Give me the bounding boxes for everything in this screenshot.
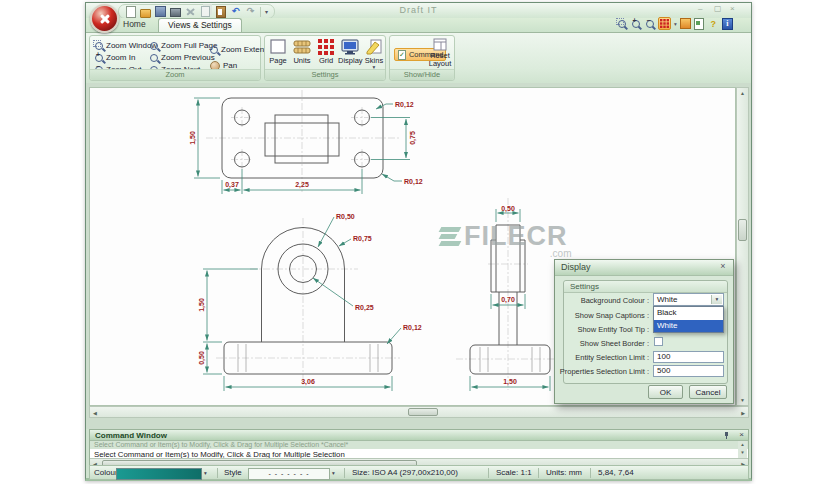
command-history-line: Select Command or Item(s) to Modify, Cli… — [90, 441, 748, 449]
zoom-previous-button[interactable]: Zoom Previous — [150, 52, 215, 63]
svg-text:R0,50: R0,50 — [336, 213, 355, 221]
zoom-in-button[interactable]: Zoom In — [95, 52, 135, 63]
combobox-value: White — [657, 295, 677, 304]
dialog-title-bar[interactable]: Display × — [555, 260, 733, 276]
watermark-logo — [440, 225, 460, 248]
svg-text:0,37: 0,37 — [225, 181, 239, 189]
copy-icon[interactable] — [200, 6, 211, 17]
page-icon — [269, 39, 287, 55]
command-window: Command Window × Select Command or Item(… — [89, 429, 749, 465]
svg-text:R0,12: R0,12 — [403, 324, 422, 332]
scroll-left-icon[interactable]: ◀ — [93, 410, 97, 416]
zoom-previous-icon — [150, 54, 158, 62]
paste-icon[interactable] — [215, 6, 226, 17]
combobox-caret-icon[interactable]: ▾ — [711, 295, 722, 304]
command-window-header[interactable]: Command Window × — [90, 430, 748, 441]
page-button[interactable]: Page — [266, 39, 290, 72]
redo-icon[interactable]: ↷ — [245, 6, 256, 17]
cut-icon[interactable] — [185, 6, 196, 17]
properties-limit-label: Properties Selection Limit : — [560, 367, 649, 376]
display-dialog: Display × Settings Background Colour : S… — [554, 259, 734, 404]
svg-text:1,50: 1,50 — [503, 378, 517, 386]
command-scroll-buttons[interactable]: ▲ ▼ — [738, 441, 747, 458]
entity-limit-input[interactable]: 100 — [653, 351, 724, 363]
sheet-border-label: Show Sheet Border : — [580, 339, 649, 348]
zoom-in-icon[interactable] — [630, 18, 641, 29]
svg-text:1,50: 1,50 — [198, 298, 206, 312]
save-icon[interactable] — [155, 6, 166, 17]
vertical-scroll-thumb[interactable] — [738, 219, 747, 241]
tab-home[interactable]: Home — [114, 18, 155, 31]
print-icon[interactable] — [170, 6, 181, 17]
svg-text:R0,12: R0,12 — [395, 101, 414, 109]
display-icon — [341, 39, 359, 55]
style-pattern-box[interactable]: - - - - - - - — [248, 468, 330, 480]
status-bar: Colour ▾ Style - - - - - - - ▾ Size: ISO… — [89, 465, 749, 480]
quick-access-toolbar: ↶ ↷ ▾ — [118, 4, 275, 19]
ok-button[interactable]: OK — [648, 385, 683, 399]
sheet-size: Size: ISO A4 (297,00x210,00) — [352, 468, 458, 477]
maximize-icon[interactable]: ▢ — [714, 4, 722, 13]
svg-text:0,75: 0,75 — [409, 131, 417, 145]
colour-swatch[interactable] — [116, 468, 202, 480]
command-prompt-line[interactable]: Select Command or Item(s) to Modify, Cli… — [90, 449, 748, 458]
scroll-up-icon[interactable]: ▲ — [740, 90, 745, 96]
grid-button[interactable]: Grid — [314, 39, 338, 72]
tab-views-settings[interactable]: Views & Settings — [158, 18, 242, 32]
svg-text:3,06: 3,06 — [301, 378, 315, 386]
watermark: FILECR .com — [440, 224, 568, 248]
units-button[interactable]: Units — [290, 39, 314, 72]
sheet-border-checkbox[interactable] — [654, 337, 663, 346]
background-colour-combobox[interactable]: White ▾ — [653, 293, 724, 306]
zoom-out-icon[interactable] — [644, 18, 655, 29]
vertical-scrollbar[interactable]: ▲ ▼ — [736, 87, 749, 406]
pin-icon[interactable] — [723, 432, 730, 439]
new-file-icon[interactable] — [125, 6, 136, 17]
display-button[interactable]: Display — [338, 39, 362, 72]
properties-limit-input[interactable]: 500 — [653, 365, 724, 377]
cursor-coordinates: 5,84, 7,64 — [598, 468, 634, 477]
command-close-icon[interactable]: × — [739, 430, 744, 439]
horizontal-scroll-thumb[interactable] — [408, 408, 438, 416]
document-icon[interactable] — [694, 18, 705, 29]
undo-icon[interactable]: ↶ — [230, 6, 241, 17]
zoom-window-icon — [95, 42, 103, 50]
checkbox-checked-icon: ✓ — [398, 50, 406, 60]
minimize-icon[interactable]: – — [698, 4, 702, 13]
zoom-window-icon[interactable] — [616, 18, 627, 29]
picture-icon[interactable] — [680, 18, 691, 29]
zoom-extents-button[interactable]: Zoom Extents — [210, 44, 270, 55]
close-icon[interactable]: × — [730, 4, 735, 13]
scale-indicator: Scale: 1:1 — [496, 468, 532, 477]
zoom-full-page-icon — [150, 42, 158, 50]
zoom-window-button[interactable]: Zoom Window — [95, 40, 157, 51]
dropdown-option-white[interactable]: White — [654, 320, 723, 333]
snap-captions-label: Show Snap Captions : — [575, 311, 649, 320]
command-scroll-up-icon[interactable]: ▲ — [740, 442, 744, 447]
grid-caret-icon[interactable]: ▾ — [674, 21, 677, 27]
application-menu-button[interactable] — [90, 4, 119, 33]
grid-toggle-icon[interactable] — [658, 17, 671, 30]
dropdown-option-black[interactable]: Black — [654, 307, 723, 320]
zoom-group-label: Zoom — [90, 69, 260, 80]
qat-customize-caret-icon[interactable]: ▾ — [265, 8, 268, 15]
units-indicator: Units: mm — [546, 468, 582, 477]
reset-layout-button[interactable]: Reset Layout — [426, 37, 454, 71]
scroll-right-icon[interactable]: ▶ — [741, 410, 745, 416]
zoom-full-page-button[interactable]: Zoom Full Page — [150, 40, 217, 51]
cancel-button[interactable]: Cancel — [689, 385, 727, 399]
style-caret-icon[interactable]: ▾ — [332, 470, 335, 476]
help-icon[interactable]: ? — [708, 18, 719, 29]
dialog-title: Display — [561, 262, 591, 272]
command-scroll-down-icon[interactable]: ▼ — [740, 450, 744, 455]
entity-tooltip-label: Show Entity Tool Tip : — [577, 325, 649, 334]
open-file-icon[interactable] — [140, 6, 151, 17]
colour-caret-icon[interactable]: ▾ — [204, 470, 207, 476]
colour-label: Colour — [94, 468, 118, 477]
dialog-close-icon[interactable]: × — [717, 261, 729, 272]
horizontal-scrollbar[interactable]: ◀ ▶ — [89, 406, 749, 418]
skins-button[interactable]: Skins ▾ — [362, 39, 386, 72]
info-icon[interactable]: i — [722, 18, 733, 29]
scroll-down-icon[interactable]: ▼ — [740, 397, 745, 403]
groupbox-label: Settings — [564, 281, 727, 293]
